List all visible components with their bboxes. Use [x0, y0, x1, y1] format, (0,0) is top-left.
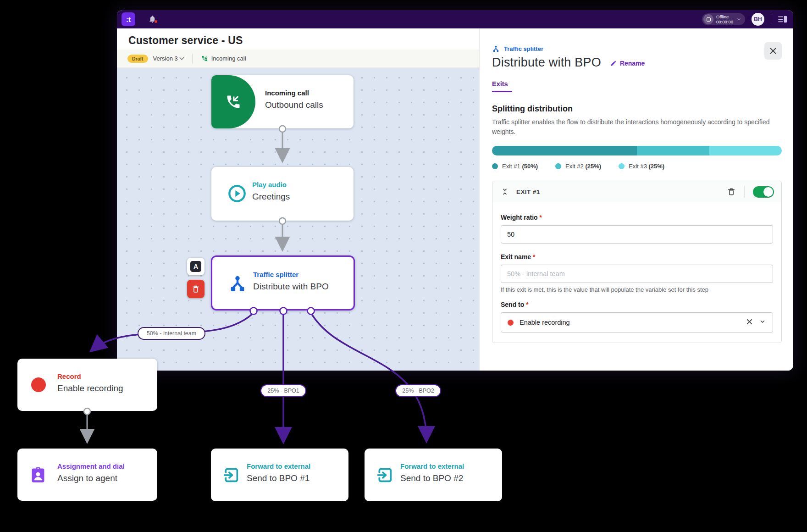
exit-name-label: Exit name * [501, 253, 535, 260]
delete-node-button[interactable] [187, 280, 205, 298]
exit-enabled-toggle[interactable] [753, 186, 774, 198]
id-badge-icon [29, 466, 47, 484]
flow-toolbar: Draft Version 3 Incoming call [117, 50, 479, 68]
presence-timer: 00:00:00 [716, 19, 733, 24]
section-description: Traffic splitter enables the flow to dis… [492, 117, 782, 137]
legend-item: Exit #1 (50%) [492, 163, 538, 170]
legend-dot [555, 163, 561, 169]
distribution-segment [637, 146, 709, 155]
legend-item: Exit #3 (25%) [619, 163, 664, 170]
toolbar-divider [192, 54, 193, 64]
node-play-audio[interactable]: Play audio Greetings [211, 167, 354, 221]
chevron-down-icon[interactable] [759, 318, 766, 327]
header-divider [744, 186, 745, 198]
node-incoming-call[interactable]: Incoming call Outbound calls [211, 75, 354, 128]
trash-icon [191, 284, 200, 294]
traffic-splitter-icon [492, 45, 500, 53]
weight-ratio-label: Weight ratio * [501, 214, 542, 221]
topbar: :t Offline 00:00:00 BH [117, 10, 793, 28]
annotation-icon: A [190, 261, 201, 272]
exit-name-help: If this exit is met, this is the value t… [501, 286, 773, 293]
play-icon [228, 184, 246, 203]
pencil-icon [610, 60, 617, 66]
distribution-legend: Exit #1 (50%) Exit #2 (25%) Exit #3 (25%… [492, 163, 782, 170]
panel-tabs: Exits [492, 80, 782, 92]
sidebar-toggle-icon[interactable] [778, 15, 788, 23]
node-forward-to-external-1[interactable]: Forward to external Send to BPO #1 [211, 449, 348, 501]
app-logo[interactable]: :t [122, 12, 135, 26]
version-dropdown[interactable]: Version 3 [153, 55, 183, 62]
incoming-call-icon [211, 75, 255, 128]
config-panel: Traffic splitter Distribute with BPO Ren… [479, 28, 793, 371]
node-traffic-splitter[interactable]: Traffic splitter Distribute with BPO [211, 255, 355, 310]
weight-ratio-input[interactable] [501, 225, 773, 244]
node-assignment-and-dial[interactable]: Assignment and dial Assign to agent [17, 449, 157, 501]
step-type: Traffic splitter [492, 45, 782, 53]
trigger-type: Incoming call [201, 55, 246, 62]
exit-card: EXIT #1 Weight ratio * [492, 181, 782, 343]
notifications-bell-icon[interactable] [148, 15, 157, 24]
avatar[interactable]: BH [752, 13, 764, 26]
annotation-tool-button[interactable]: A [187, 258, 205, 275]
tab-exits[interactable]: Exits [492, 80, 508, 91]
edge-label-exit1[interactable]: 50% - internal team [138, 327, 205, 340]
exit-title: EXIT #1 [516, 188, 540, 195]
node-record[interactable]: Record Enable recording [17, 359, 157, 411]
collapse-icon[interactable] [501, 188, 509, 196]
send-to-label: Send to * [501, 301, 529, 308]
active-tab-indicator [492, 91, 512, 92]
distribution-segment [709, 146, 782, 155]
send-to-select[interactable]: Enable recording [501, 312, 773, 332]
edge-label-exit3[interactable]: 25% - BPO2 [395, 384, 441, 397]
device-monitor-icon [703, 14, 713, 24]
send-to-value: Enable recording [520, 319, 740, 326]
incoming-call-icon [201, 55, 208, 62]
section-title: Splitting distribution [492, 104, 782, 114]
page-title: Customer service - US [128, 34, 243, 47]
legend-dot [619, 163, 625, 169]
record-icon [31, 377, 46, 392]
clear-selection-icon[interactable] [746, 318, 753, 327]
stage: :t Offline 00:00:00 BH [0, 0, 807, 532]
chevron-down-icon [179, 55, 184, 60]
distribution-segment [492, 146, 637, 155]
exit-card-header: EXIT #1 [492, 181, 781, 202]
panel-title: Distribute with BPO [492, 55, 601, 70]
topbar-divider [771, 14, 771, 24]
rename-button[interactable]: Rename [610, 60, 645, 67]
forward-external-icon [376, 466, 394, 484]
node-forward-to-external-2[interactable]: Forward to external Send to BPO #2 [365, 449, 502, 501]
distribution-bar [492, 146, 782, 155]
chevron-down-icon [736, 17, 741, 22]
close-icon [769, 47, 777, 55]
presence-status[interactable]: Offline 00:00:00 [702, 13, 745, 25]
record-step-dot-icon [508, 320, 514, 326]
presence-label: Offline [716, 14, 733, 19]
edge-label-exit2[interactable]: 25% - BPO1 [260, 384, 306, 397]
status-badge: Draft [127, 55, 148, 63]
forward-external-icon [222, 466, 240, 484]
legend-item: Exit #2 (25%) [555, 163, 601, 170]
notification-dot [154, 20, 158, 23]
exit-name-input[interactable] [501, 265, 773, 283]
traffic-splitter-icon [228, 274, 247, 294]
delete-exit-icon[interactable] [727, 187, 736, 196]
legend-dot [492, 163, 498, 169]
close-panel-button[interactable] [764, 42, 782, 60]
